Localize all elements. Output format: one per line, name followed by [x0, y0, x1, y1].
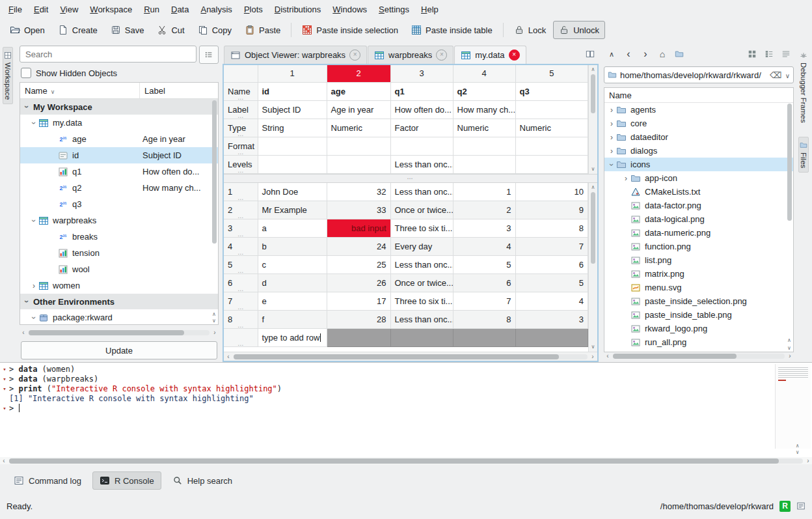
- menu-workspace[interactable]: Workspace: [84, 2, 138, 17]
- tab-workspace[interactable]: Workspace: [3, 47, 13, 104]
- cell[interactable]: 5: [515, 274, 588, 292]
- cell[interactable]: [515, 155, 588, 173]
- menu-distributions[interactable]: Distributions: [269, 2, 327, 17]
- chevron-right-icon[interactable]: [607, 147, 616, 156]
- tab-command-log[interactable]: Command log: [7, 471, 88, 490]
- paste-inside-selection-button[interactable]: Paste inside selection: [296, 21, 404, 39]
- tree-item-package-rkward[interactable]: package:rkward: [20, 309, 218, 324]
- file-item[interactable]: menu.svg: [604, 281, 793, 294]
- section-my-workspace[interactable]: My Workspace: [20, 99, 218, 115]
- paste-button[interactable]: Paste: [239, 21, 286, 39]
- cell[interactable]: f: [258, 311, 327, 329]
- scroll-up-icon[interactable]: [212, 311, 216, 318]
- row-number[interactable]: [224, 329, 258, 347]
- r-console[interactable]: > data (women) > data (warpbreaks) > pri…: [0, 363, 812, 457]
- scrollbar-handle[interactable]: [29, 330, 184, 335]
- chevron-down-icon[interactable]: [29, 313, 38, 322]
- file-item[interactable]: run_all.png: [604, 335, 793, 349]
- scroll-left-icon[interactable]: [225, 353, 232, 360]
- cell[interactable]: How many ch...: [453, 100, 515, 119]
- invalid-cell[interactable]: bad input: [327, 219, 390, 238]
- chevron-right-icon[interactable]: [607, 133, 616, 142]
- cell[interactable]: 2: [453, 201, 515, 219]
- scroll-right-icon[interactable]: [805, 457, 811, 464]
- row-number[interactable]: 3: [224, 219, 258, 238]
- cell[interactable]: 32: [327, 183, 390, 201]
- file-item[interactable]: dialogs: [604, 144, 793, 158]
- menu-run[interactable]: Run: [138, 2, 165, 17]
- unlock-button[interactable]: Unlock: [553, 21, 605, 39]
- scrollbar-handle[interactable]: [212, 100, 217, 244]
- horizontal-scrollbar[interactable]: [604, 352, 794, 359]
- tree-item-q3[interactable]: q3: [20, 196, 218, 212]
- horizontal-scrollbar[interactable]: [224, 352, 597, 361]
- cell[interactable]: 7: [453, 292, 515, 311]
- tree-item-wool[interactable]: wool: [20, 261, 218, 277]
- column-2-header-invalid[interactable]: 2: [327, 65, 390, 82]
- row-number[interactable]: 4: [224, 238, 258, 256]
- cell[interactable]: c: [258, 256, 327, 274]
- home-button[interactable]: [655, 46, 670, 62]
- cell[interactable]: a: [258, 219, 327, 238]
- lock-button[interactable]: Lock: [508, 21, 552, 39]
- column-header-name[interactable]: Name: [20, 83, 140, 98]
- corner-cell[interactable]: [224, 65, 258, 82]
- tree-item-mydata[interactable]: my.data: [20, 115, 218, 131]
- cell[interactable]: [453, 155, 515, 173]
- open-button[interactable]: Open: [4, 21, 51, 39]
- scroll-down-icon[interactable]: [591, 344, 595, 350]
- scroll-up-icon[interactable]: [591, 184, 595, 191]
- cell[interactable]: Less than onc...: [390, 311, 453, 329]
- scroll-down-icon[interactable]: [591, 166, 595, 173]
- cell[interactable]: Mr Example: [258, 201, 327, 219]
- menu-settings[interactable]: Settings: [373, 2, 415, 17]
- row-number[interactable]: 6: [224, 274, 258, 292]
- console-prompt-line[interactable]: >: [0, 404, 812, 414]
- cell[interactable]: Numeric: [515, 119, 588, 137]
- file-item[interactable]: dataeditor: [604, 130, 793, 144]
- vertical-scrollbar[interactable]: [588, 183, 597, 352]
- save-button[interactable]: Save: [105, 21, 150, 39]
- cell[interactable]: q1: [390, 82, 453, 100]
- cell[interactable]: Once or twice...: [390, 274, 453, 292]
- cell[interactable]: e: [258, 292, 327, 311]
- cell[interactable]: Three to six ti...: [390, 292, 453, 311]
- cell[interactable]: 4: [453, 238, 515, 256]
- search-input[interactable]: [20, 46, 196, 63]
- column-3-header[interactable]: 3: [390, 65, 453, 82]
- scroll-left-icon[interactable]: [1, 457, 7, 464]
- scroll-down-icon[interactable]: [212, 318, 216, 324]
- tab-r-console[interactable]: R Console: [92, 471, 161, 490]
- scroll-right-icon[interactable]: [211, 329, 218, 336]
- file-item[interactable]: data-numeric.png: [604, 226, 793, 240]
- tab-debugger-frames[interactable]: Debugger Frames: [798, 47, 809, 128]
- cell[interactable]: [453, 137, 515, 155]
- chevron-down-icon[interactable]: [22, 102, 31, 111]
- cell[interactable]: 8: [515, 219, 588, 238]
- row-number[interactable]: 7: [224, 292, 258, 311]
- menu-file[interactable]: File: [3, 2, 28, 17]
- menu-data[interactable]: Data: [165, 2, 195, 17]
- scrollbar-track[interactable]: [234, 354, 588, 359]
- chevron-down-icon[interactable]: [785, 70, 790, 80]
- cell[interactable]: 3: [515, 311, 588, 329]
- collapse-button[interactable]: [604, 46, 619, 62]
- cell[interactable]: age: [327, 82, 390, 100]
- cell[interactable]: Numeric: [327, 119, 390, 137]
- back-button[interactable]: [621, 46, 636, 62]
- chevron-down-icon[interactable]: [22, 297, 31, 306]
- minimap-scrollbar[interactable]: [775, 364, 811, 449]
- cell[interactable]: 1: [453, 183, 515, 201]
- clear-text-icon[interactable]: [770, 70, 781, 80]
- row-number[interactable]: 5: [224, 256, 258, 274]
- cell[interactable]: 7: [515, 238, 588, 256]
- scrollbar-track[interactable]: [9, 458, 803, 464]
- close-icon[interactable]: [436, 49, 447, 61]
- menu-edit[interactable]: Edit: [28, 2, 54, 17]
- cell[interactable]: Three to six ti...: [390, 219, 453, 238]
- view-details-button[interactable]: [778, 46, 794, 62]
- column-1-header[interactable]: 1: [258, 65, 327, 82]
- file-item[interactable]: app-icon: [604, 171, 793, 185]
- file-item[interactable]: data-logical.png: [604, 212, 793, 226]
- cut-button[interactable]: Cut: [151, 21, 190, 39]
